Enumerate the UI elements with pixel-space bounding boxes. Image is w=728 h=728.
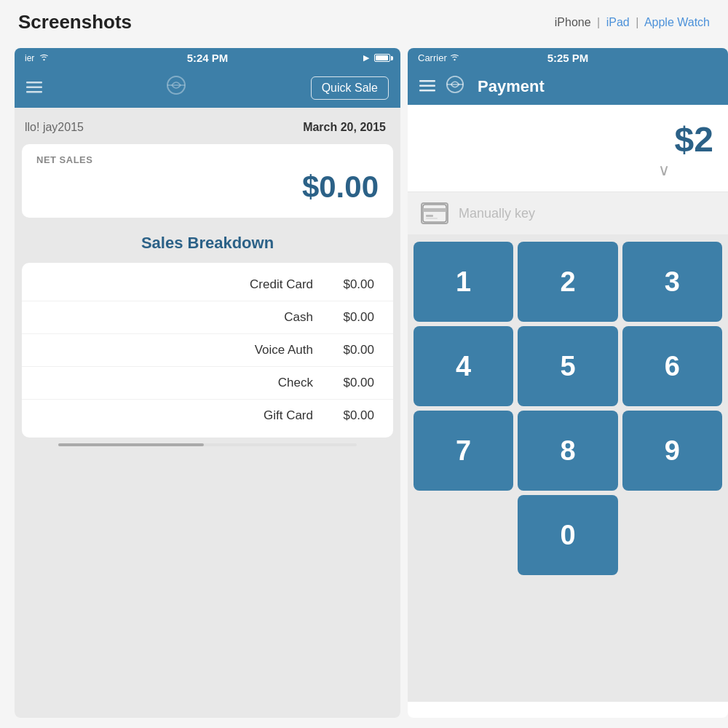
table-row: Cash $0.00 [22, 301, 393, 334]
svg-rect-15 [426, 218, 438, 219]
greeting-row: llo! jay2015 March 20, 2015 [15, 108, 400, 144]
breakdown-value-2: $0.00 [323, 343, 374, 357]
left-menu-icon[interactable] [26, 79, 42, 98]
numpad-key-7[interactable]: 7 [414, 411, 513, 491]
location-icon: ▶ [363, 53, 369, 63]
numpad-key-empty-right [622, 495, 722, 575]
date-text: March 20, 2015 [303, 121, 386, 134]
breakdown-value-3: $0.00 [323, 376, 374, 390]
svg-rect-1 [26, 82, 42, 84]
card-input-row[interactable]: Manually key [408, 192, 728, 234]
svg-point-0 [44, 59, 45, 60]
amount-display: $2 ∨ [408, 105, 728, 191]
breakdown-value-1: $0.00 [323, 310, 374, 325]
svg-rect-8 [419, 84, 435, 87]
separator-2: | [636, 16, 638, 28]
breakdown-label-2: Voice Auth [255, 343, 313, 357]
svg-point-6 [454, 59, 456, 60]
svg-rect-14 [426, 215, 433, 217]
battery-icon [374, 54, 390, 62]
left-content: llo! jay2015 March 20, 2015 NET SALES $0… [15, 108, 400, 718]
table-row: Credit Card $0.00 [22, 269, 393, 301]
table-row: Gift Card $0.00 [22, 400, 393, 432]
right-status-bar: Carrier 5:25 PM [408, 48, 728, 68]
numpad-key-2[interactable]: 2 [518, 242, 617, 322]
net-sales-card: NET SALES $0.00 [22, 144, 393, 218]
svg-rect-3 [26, 91, 42, 93]
section-title: Sales Breakdown [15, 218, 400, 260]
breakdown-card: Credit Card $0.00 Cash $0.00 Voice Auth … [22, 263, 393, 438]
page-title: Screenshots [18, 11, 132, 33]
table-row: Voice Auth $0.00 [22, 334, 393, 367]
right-wifi-icon [449, 52, 460, 63]
right-status-left: Carrier [418, 52, 460, 63]
table-row: Check $0.00 [22, 367, 393, 400]
breakdown-label-1: Cash [284, 310, 313, 325]
numpad: 1 2 3 4 5 6 7 8 9 0 [408, 234, 728, 582]
chevron-down-icon[interactable]: ∨ [658, 161, 670, 180]
apple-watch-link[interactable]: Apple Watch [644, 16, 710, 28]
separator-1: | [597, 16, 600, 28]
left-phone: ier 5:24 PM ▶ [15, 48, 400, 718]
payment-content: $2 ∨ Manually key 1 2 3 [408, 105, 728, 702]
svg-rect-12 [423, 205, 446, 222]
screenshots-area: ier 5:24 PM ▶ [0, 41, 728, 725]
breakdown-value-4: $0.00 [323, 408, 374, 423]
numpad-key-1[interactable]: 1 [414, 242, 513, 322]
left-status-bar: ier 5:24 PM ▶ [15, 48, 400, 68]
manually-key-text: Manually key [459, 206, 535, 221]
left-time: 5:24 PM [187, 52, 229, 64]
numpad-key-3[interactable]: 3 [622, 242, 722, 322]
svg-rect-9 [419, 90, 435, 92]
scroll-thumb [58, 443, 204, 446]
right-time: 5:25 PM [547, 52, 589, 64]
wifi-icon [39, 52, 50, 63]
breakdown-label-0: Credit Card [250, 277, 313, 292]
page-header: Screenshots iPhone | iPad | Apple Watch [0, 0, 728, 41]
numpad-key-6[interactable]: 6 [622, 326, 722, 406]
right-nav-bar: Payment [408, 68, 728, 105]
carrier-text: ier [25, 53, 34, 63]
hamburger-icon[interactable] [419, 79, 435, 94]
left-nav-bar: Quick Sale [15, 68, 400, 108]
greeting-text: llo! jay2015 [25, 121, 84, 134]
svg-rect-7 [419, 80, 435, 82]
numpad-key-4[interactable]: 4 [414, 326, 513, 406]
net-sales-amount: $0.00 [36, 170, 379, 205]
quick-sale-button[interactable]: Quick Sale [311, 76, 389, 100]
net-sales-label: NET SALES [36, 154, 379, 165]
left-status-left-group: ier [25, 52, 50, 63]
ipad-link[interactable]: iPad [606, 16, 630, 28]
right-carrier: Carrier [418, 52, 447, 63]
numpad-key-9[interactable]: 9 [622, 411, 722, 491]
device-links: iPhone | iPad | Apple Watch [555, 16, 710, 29]
breakdown-label-3: Check [278, 376, 313, 390]
breakdown-label-4: Gift Card [264, 408, 313, 423]
breakdown-value-0: $0.00 [323, 277, 374, 292]
svg-rect-13 [423, 208, 446, 212]
right-phone: Carrier 5:25 PM [408, 48, 728, 718]
svg-rect-2 [26, 86, 42, 88]
iphone-link[interactable]: iPhone [555, 16, 591, 28]
left-status-right-group: ▶ [363, 53, 390, 63]
right-nav-title: Payment [478, 77, 545, 96]
left-link-icon [166, 75, 186, 100]
right-link-icon [446, 75, 464, 98]
numpad-key-0[interactable]: 0 [518, 495, 617, 575]
numpad-key-8[interactable]: 8 [518, 411, 617, 491]
card-icon [421, 202, 448, 224]
numpad-key-empty-left [414, 495, 513, 575]
numpad-key-5[interactable]: 5 [518, 326, 617, 406]
scroll-indicator [58, 443, 357, 446]
payment-amount: $2 [675, 119, 713, 159]
